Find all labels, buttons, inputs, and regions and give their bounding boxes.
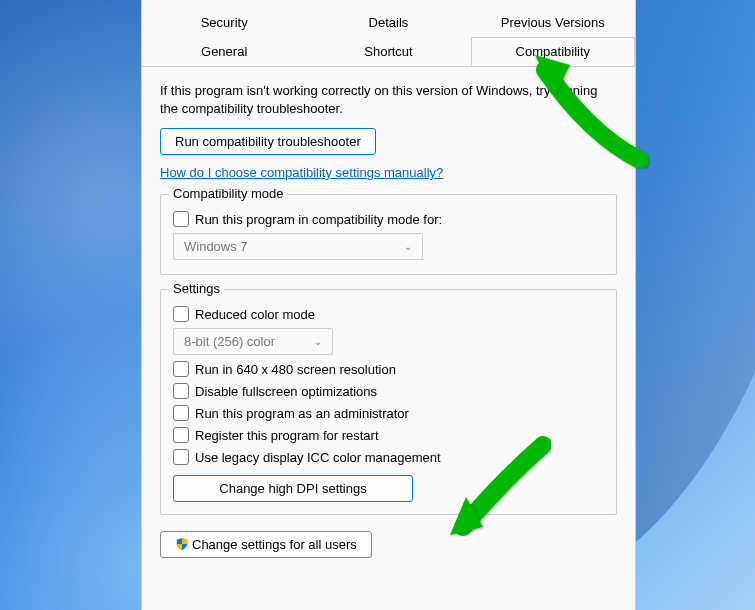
legacy-icc-label: Use legacy display ICC color management <box>195 450 441 465</box>
chevron-down-icon: ⌄ <box>314 336 322 347</box>
run-640-checkbox[interactable] <box>173 361 189 377</box>
run-troubleshooter-button[interactable]: Run compatibility troubleshooter <box>160 128 376 155</box>
color-mode-select[interactable]: 8-bit (256) color ⌄ <box>173 328 333 355</box>
chevron-down-icon: ⌄ <box>404 241 412 252</box>
tab-compatibility[interactable]: Compatibility <box>471 37 635 66</box>
compat-mode-checkbox[interactable] <box>173 211 189 227</box>
tab-previous-versions[interactable]: Previous Versions <box>471 8 635 36</box>
settings-group: Settings Reduced color mode 8-bit (256) … <box>160 289 617 515</box>
reduced-color-label: Reduced color mode <box>195 307 315 322</box>
tab-details[interactable]: Details <box>306 8 470 36</box>
run-admin-checkbox[interactable] <box>173 405 189 421</box>
change-all-users-label: Change settings for all users <box>192 537 357 552</box>
tab-general[interactable]: General <box>142 37 306 66</box>
intro-text: If this program isn't working correctly … <box>160 82 617 118</box>
compat-mode-label: Run this program in compatibility mode f… <box>195 212 442 227</box>
register-restart-checkbox[interactable] <box>173 427 189 443</box>
color-mode-select-value: 8-bit (256) color <box>184 334 275 349</box>
reduced-color-checkbox[interactable] <box>173 306 189 322</box>
tabs-row-2: General Shortcut Compatibility <box>142 37 635 67</box>
tab-security[interactable]: Security <box>142 8 306 36</box>
tab-content-compatibility: If this program isn't working correctly … <box>142 68 635 568</box>
run-640-label: Run in 640 x 480 screen resolution <box>195 362 396 377</box>
tabs-container: Security Details Previous Versions Gener… <box>142 0 635 68</box>
tabs-row-1: Security Details Previous Versions <box>142 8 635 37</box>
legacy-icc-checkbox[interactable] <box>173 449 189 465</box>
compat-mode-select-value: Windows 7 <box>184 239 248 254</box>
disable-fullscreen-checkbox[interactable] <box>173 383 189 399</box>
change-all-users-button[interactable]: Change settings for all users <box>160 531 372 558</box>
shield-icon <box>175 537 189 551</box>
run-admin-label: Run this program as an administrator <box>195 406 409 421</box>
settings-legend: Settings <box>169 281 224 296</box>
help-link[interactable]: How do I choose compatibility settings m… <box>160 165 443 180</box>
change-dpi-settings-button[interactable]: Change high DPI settings <box>173 475 413 502</box>
compat-mode-group: Compatibility mode Run this program in c… <box>160 194 617 275</box>
properties-dialog: Security Details Previous Versions Gener… <box>141 0 636 610</box>
compat-mode-select[interactable]: Windows 7 ⌄ <box>173 233 423 260</box>
tab-shortcut[interactable]: Shortcut <box>306 37 470 66</box>
register-restart-label: Register this program for restart <box>195 428 379 443</box>
compat-mode-legend: Compatibility mode <box>169 186 288 201</box>
disable-fullscreen-label: Disable fullscreen optimizations <box>195 384 377 399</box>
